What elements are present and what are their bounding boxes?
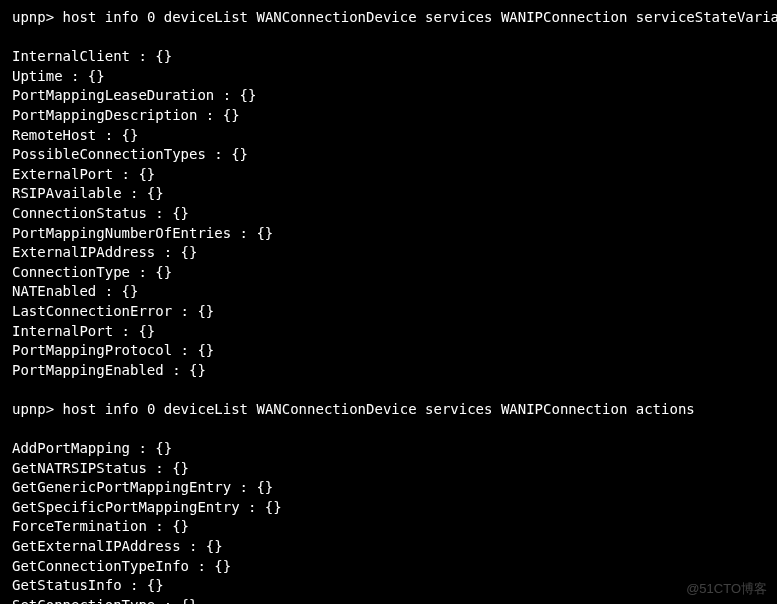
- prompt-2: upnp>: [12, 401, 54, 417]
- service-state-variables-output: InternalClient : {}Uptime : {}PortMappin…: [12, 47, 765, 380]
- blank-line: [12, 380, 765, 400]
- output-line: InternalPort : {}: [12, 322, 765, 342]
- blank-line: [12, 419, 765, 439]
- command-1: host info 0 deviceList WANConnectionDevi…: [63, 9, 777, 25]
- output-line: ExternalIPAddress : {}: [12, 243, 765, 263]
- output-line: RSIPAvailable : {}: [12, 184, 765, 204]
- output-line: PortMappingDescription : {}: [12, 106, 765, 126]
- output-line: AddPortMapping : {}: [12, 439, 765, 459]
- output-line: Uptime : {}: [12, 67, 765, 87]
- output-line: PortMappingLeaseDuration : {}: [12, 86, 765, 106]
- output-line: PortMappingNumberOfEntries : {}: [12, 224, 765, 244]
- output-line: NATEnabled : {}: [12, 282, 765, 302]
- output-line: ExternalPort : {}: [12, 165, 765, 185]
- output-line: PortMappingEnabled : {}: [12, 361, 765, 381]
- watermark: @51CTO博客: [686, 580, 767, 598]
- output-line: PortMappingProtocol : {}: [12, 341, 765, 361]
- prompt-1: upnp>: [12, 9, 54, 25]
- command-2: host info 0 deviceList WANConnectionDevi…: [63, 401, 695, 417]
- blank-line: [12, 28, 765, 48]
- terminal[interactable]: upnp> host info 0 deviceList WANConnecti…: [12, 8, 765, 604]
- output-line: GetGenericPortMappingEntry : {}: [12, 478, 765, 498]
- output-line: PossibleConnectionTypes : {}: [12, 145, 765, 165]
- output-line: RemoteHost : {}: [12, 126, 765, 146]
- output-line: ConnectionStatus : {}: [12, 204, 765, 224]
- command-line-2: upnp> host info 0 deviceList WANConnecti…: [12, 400, 765, 420]
- output-line: GetConnectionTypeInfo : {}: [12, 557, 765, 577]
- output-line: ForceTermination : {}: [12, 517, 765, 537]
- output-line: LastConnectionError : {}: [12, 302, 765, 322]
- output-line: SetConnectionType : {}: [12, 596, 765, 604]
- output-line: InternalClient : {}: [12, 47, 765, 67]
- output-line: GetSpecificPortMappingEntry : {}: [12, 498, 765, 518]
- actions-output: AddPortMapping : {}GetNATRSIPStatus : {}…: [12, 439, 765, 604]
- output-line: GetStatusInfo : {}: [12, 576, 765, 596]
- command-line-1: upnp> host info 0 deviceList WANConnecti…: [12, 8, 765, 28]
- output-line: GetNATRSIPStatus : {}: [12, 459, 765, 479]
- output-line: GetExternalIPAddress : {}: [12, 537, 765, 557]
- output-line: ConnectionType : {}: [12, 263, 765, 283]
